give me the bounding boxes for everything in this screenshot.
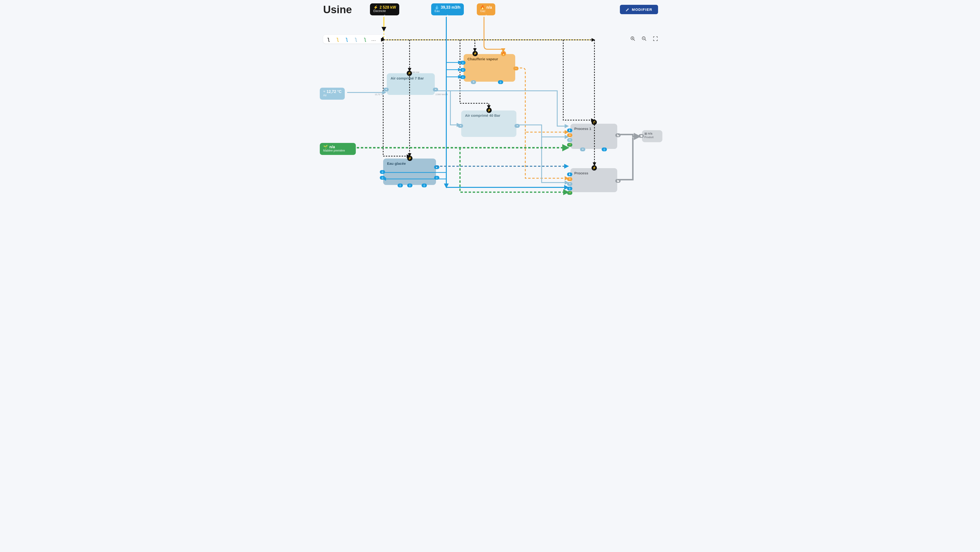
- proc-in-ice[interactable]: 💧: [567, 187, 572, 190]
- port-ice-b1[interactable]: 💧: [398, 183, 403, 187]
- input-water[interactable]: 💧39,33 m3/h Eau ⌄: [431, 3, 464, 15]
- edge-proc1-product: [618, 134, 640, 136]
- port-out-air[interactable]: ༄: [433, 88, 438, 91]
- annotation-air7-right: 2.500 Nm3/h: [436, 93, 448, 96]
- svg-line-5: [645, 39, 646, 41]
- chevron-down-icon: ⌄: [383, 13, 385, 16]
- proc1-b1[interactable]: ༄: [580, 147, 585, 152]
- proc1-in-steam[interactable]: ༄: [567, 133, 572, 137]
- proc-in-air[interactable]: ༄: [567, 182, 572, 186]
- node-ice-water[interactable]: Eau glacée 🌡 💧 💧 💧 💧 💧 💧: [383, 158, 436, 185]
- port-ice-out2[interactable]: 💧: [434, 176, 439, 180]
- node-air40-elec-port[interactable]: ⚡: [487, 108, 492, 113]
- proc-elec-port[interactable]: ⚡: [592, 165, 597, 171]
- node-air-40bar[interactable]: Air comprimé 40 Bar ༄ ༄: [461, 110, 516, 137]
- edge-gas-steam: [484, 17, 503, 52]
- proc-in-water[interactable]: 🌡: [567, 172, 572, 176]
- edge-raw-proc: [460, 148, 568, 192]
- port-ice-in2[interactable]: 💧: [380, 176, 385, 180]
- annotation-air7-top: 380 kW: [412, 71, 419, 73]
- diagram-canvas[interactable]: Usine MODIFIER ʅ ʅ ʅ ʅ ʅ … ▼ ⚡2 528 kW E…: [316, 0, 664, 197]
- port-out-icewater[interactable]: 🌡: [434, 165, 439, 169]
- stream-water-icon[interactable]: ʅ: [344, 36, 349, 42]
- port-in-air40[interactable]: ༄: [458, 124, 463, 128]
- node-air-7bar[interactable]: Air comprimé 7 Bar ༄ ༄: [387, 73, 435, 95]
- edit-button[interactable]: MODIFIER: [620, 5, 658, 14]
- edge-layer: [316, 0, 664, 197]
- proc-out[interactable]: ▣: [615, 179, 620, 183]
- port-in-air[interactable]: ༄: [383, 88, 389, 91]
- zoom-out-icon[interactable]: [641, 36, 647, 43]
- node-product[interactable]: ▣ n/a Produit ▣: [642, 130, 662, 142]
- input-electricity[interactable]: ⚡2 528 kW Electricité ⌄: [370, 3, 399, 15]
- port-in-feed[interactable]: 💧: [460, 75, 466, 79]
- node-steam-elec-port[interactable]: ⚡: [473, 51, 478, 56]
- edge-air40-proc1: [517, 125, 568, 137]
- zoom-in-icon[interactable]: [630, 36, 635, 43]
- wind-icon: ༄: [323, 89, 325, 94]
- edge-elec-bus-yellow: [384, 31, 595, 40]
- stream-elec-icon[interactable]: ʅ: [326, 36, 331, 42]
- stream-raw-icon[interactable]: ʅ: [363, 36, 368, 42]
- port-steam-aux[interactable]: ༄: [471, 80, 476, 84]
- port-out-air40[interactable]: ༄: [514, 124, 520, 128]
- edge-steam-proc1: [516, 68, 568, 132]
- edge-air7-to-air40: [450, 91, 460, 125]
- node-steam-gas-port[interactable]: 🔥: [501, 51, 506, 56]
- chevron-down-icon: ⌄: [485, 13, 487, 16]
- more-streams-icon[interactable]: …: [371, 37, 376, 42]
- bolt-icon: ⚡: [373, 5, 378, 10]
- product-in[interactable]: ▣: [639, 134, 644, 138]
- input-gas[interactable]: 🔥n/a Gaz ⌄: [477, 3, 495, 15]
- port-ice-b2[interactable]: 💧: [407, 183, 412, 187]
- port-in-water[interactable]: 💧: [460, 61, 466, 65]
- port-ice-b3[interactable]: 💧: [422, 183, 427, 187]
- edge-elec-proc1: [563, 40, 594, 120]
- port-steam-drain[interactable]: 💧: [498, 80, 503, 84]
- edit-button-label: MODIFIER: [632, 8, 652, 11]
- proc1-out[interactable]: ▣: [615, 133, 620, 137]
- stream-air-icon[interactable]: ʅ: [353, 36, 358, 42]
- proc1-elec-port[interactable]: ⚡: [592, 120, 597, 125]
- edge-elec-left-drop: [383, 40, 410, 156]
- svg-line-1: [633, 39, 635, 41]
- node-process1[interactable]: Process 1 🌡 ༄ ༄ 🌱 ༄ 💧 ▣: [570, 124, 617, 149]
- input-raw-material[interactable]: 🌱n/a Matière première: [320, 143, 356, 155]
- edge-air40-proc: [542, 137, 568, 183]
- palette-dropdown-icon[interactable]: ▼: [379, 37, 384, 41]
- edge-steam-proc: [525, 132, 568, 178]
- port-in-cond[interactable]: 💧: [460, 68, 466, 72]
- drop-icon: 💧: [434, 5, 439, 10]
- proc1-in-air[interactable]: ༄: [567, 138, 572, 142]
- port-ice-in1[interactable]: 💧: [380, 170, 385, 174]
- stream-palette[interactable]: ʅ ʅ ʅ ʅ ʅ … ▼: [323, 35, 387, 43]
- node-steam-boiler[interactable]: Chaufferie vapeur 💧 💧 💧 ༄ ༄ 💧: [464, 54, 515, 82]
- input-air[interactable]: ༄12,72 °C Air: [320, 88, 345, 100]
- port-out-steam[interactable]: ༄: [513, 67, 519, 70]
- node-process[interactable]: Process 🌡 ༄ ༄ 💧 🌱 ▣: [570, 168, 617, 192]
- pencil-icon: [626, 8, 630, 11]
- proc1-in-water[interactable]: 🌡: [567, 129, 572, 132]
- proc1-b2[interactable]: 💧: [601, 147, 607, 152]
- fit-screen-icon[interactable]: [653, 36, 658, 43]
- edge-proc-product: [618, 137, 633, 180]
- flame-icon: 🔥: [480, 5, 485, 10]
- node-ice-elec-port[interactable]: ⚡: [407, 156, 412, 161]
- chevron-down-icon: ⌄: [447, 13, 449, 16]
- sprout-icon: 🌱: [323, 145, 328, 149]
- node-air7-elec-port[interactable]: ⚡: [407, 71, 412, 76]
- annotation-air7-left: 12,72 °C: [375, 93, 383, 96]
- page-title: Usine: [323, 3, 352, 16]
- proc1-in-raw[interactable]: 🌱: [567, 143, 572, 147]
- proc-in-steam[interactable]: ༄: [567, 177, 572, 181]
- stream-gas-icon[interactable]: ʅ: [335, 36, 340, 42]
- proc-in-raw[interactable]: 🌱: [567, 191, 572, 195]
